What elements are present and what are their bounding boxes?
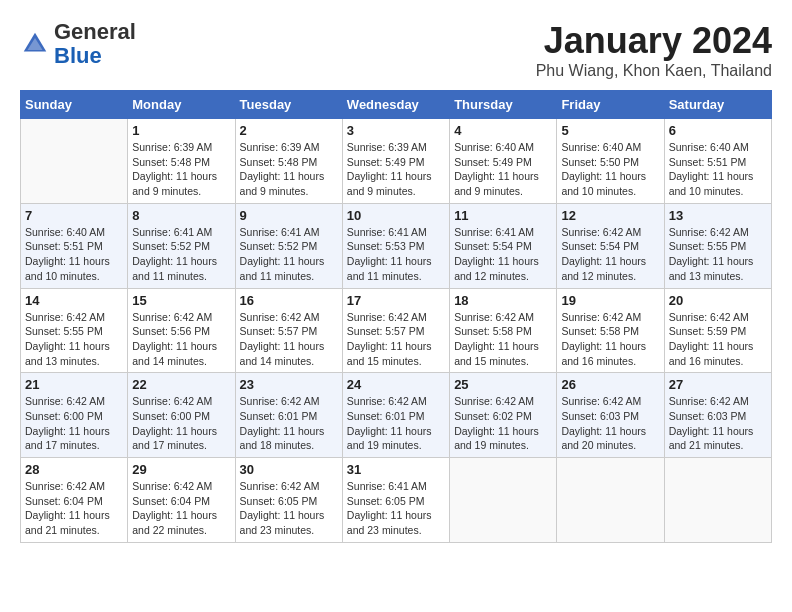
day-number: 7: [25, 208, 123, 223]
table-row: 3Sunrise: 6:39 AM Sunset: 5:49 PM Daylig…: [342, 119, 449, 204]
table-row: 11Sunrise: 6:41 AM Sunset: 5:54 PM Dayli…: [450, 203, 557, 288]
calendar-header-row: Sunday Monday Tuesday Wednesday Thursday…: [21, 91, 772, 119]
day-info: Sunrise: 6:42 AM Sunset: 5:58 PM Dayligh…: [561, 310, 659, 369]
day-number: 11: [454, 208, 552, 223]
day-number: 4: [454, 123, 552, 138]
day-info: Sunrise: 6:42 AM Sunset: 6:00 PM Dayligh…: [132, 394, 230, 453]
day-number: 12: [561, 208, 659, 223]
day-info: Sunrise: 6:42 AM Sunset: 5:57 PM Dayligh…: [347, 310, 445, 369]
logo-text: General Blue: [54, 20, 136, 68]
table-row: 28Sunrise: 6:42 AM Sunset: 6:04 PM Dayli…: [21, 458, 128, 543]
table-row: 10Sunrise: 6:41 AM Sunset: 5:53 PM Dayli…: [342, 203, 449, 288]
day-info: Sunrise: 6:42 AM Sunset: 6:03 PM Dayligh…: [669, 394, 767, 453]
day-info: Sunrise: 6:42 AM Sunset: 6:03 PM Dayligh…: [561, 394, 659, 453]
table-row: 5Sunrise: 6:40 AM Sunset: 5:50 PM Daylig…: [557, 119, 664, 204]
day-info: Sunrise: 6:41 AM Sunset: 5:52 PM Dayligh…: [132, 225, 230, 284]
table-row: 13Sunrise: 6:42 AM Sunset: 5:55 PM Dayli…: [664, 203, 771, 288]
day-info: Sunrise: 6:42 AM Sunset: 5:58 PM Dayligh…: [454, 310, 552, 369]
table-row: 16Sunrise: 6:42 AM Sunset: 5:57 PM Dayli…: [235, 288, 342, 373]
day-info: Sunrise: 6:39 AM Sunset: 5:48 PM Dayligh…: [240, 140, 338, 199]
calendar-week-row: 1Sunrise: 6:39 AM Sunset: 5:48 PM Daylig…: [21, 119, 772, 204]
day-info: Sunrise: 6:40 AM Sunset: 5:50 PM Dayligh…: [561, 140, 659, 199]
col-friday: Friday: [557, 91, 664, 119]
table-row: 1Sunrise: 6:39 AM Sunset: 5:48 PM Daylig…: [128, 119, 235, 204]
day-number: 30: [240, 462, 338, 477]
day-number: 31: [347, 462, 445, 477]
table-row: 14Sunrise: 6:42 AM Sunset: 5:55 PM Dayli…: [21, 288, 128, 373]
table-row: 25Sunrise: 6:42 AM Sunset: 6:02 PM Dayli…: [450, 373, 557, 458]
day-number: 26: [561, 377, 659, 392]
table-row: 27Sunrise: 6:42 AM Sunset: 6:03 PM Dayli…: [664, 373, 771, 458]
table-row: 24Sunrise: 6:42 AM Sunset: 6:01 PM Dayli…: [342, 373, 449, 458]
col-saturday: Saturday: [664, 91, 771, 119]
day-number: 5: [561, 123, 659, 138]
day-number: 29: [132, 462, 230, 477]
page-header: General Blue January 2024 Phu Wiang, Kho…: [20, 20, 772, 80]
day-info: Sunrise: 6:40 AM Sunset: 5:51 PM Dayligh…: [669, 140, 767, 199]
logo-icon: [20, 29, 50, 59]
day-info: Sunrise: 6:42 AM Sunset: 5:57 PM Dayligh…: [240, 310, 338, 369]
calendar-week-row: 7Sunrise: 6:40 AM Sunset: 5:51 PM Daylig…: [21, 203, 772, 288]
table-row: 8Sunrise: 6:41 AM Sunset: 5:52 PM Daylig…: [128, 203, 235, 288]
table-row: 19Sunrise: 6:42 AM Sunset: 5:58 PM Dayli…: [557, 288, 664, 373]
day-info: Sunrise: 6:42 AM Sunset: 6:05 PM Dayligh…: [240, 479, 338, 538]
table-row: [664, 458, 771, 543]
day-number: 1: [132, 123, 230, 138]
day-info: Sunrise: 6:42 AM Sunset: 5:55 PM Dayligh…: [25, 310, 123, 369]
day-info: Sunrise: 6:42 AM Sunset: 5:56 PM Dayligh…: [132, 310, 230, 369]
day-info: Sunrise: 6:42 AM Sunset: 5:54 PM Dayligh…: [561, 225, 659, 284]
table-row: 22Sunrise: 6:42 AM Sunset: 6:00 PM Dayli…: [128, 373, 235, 458]
calendar-week-row: 28Sunrise: 6:42 AM Sunset: 6:04 PM Dayli…: [21, 458, 772, 543]
day-info: Sunrise: 6:42 AM Sunset: 5:55 PM Dayligh…: [669, 225, 767, 284]
table-row: 17Sunrise: 6:42 AM Sunset: 5:57 PM Dayli…: [342, 288, 449, 373]
day-number: 10: [347, 208, 445, 223]
calendar-table: Sunday Monday Tuesday Wednesday Thursday…: [20, 90, 772, 543]
table-row: [21, 119, 128, 204]
col-sunday: Sunday: [21, 91, 128, 119]
table-row: [557, 458, 664, 543]
day-number: 2: [240, 123, 338, 138]
day-number: 15: [132, 293, 230, 308]
table-row: 4Sunrise: 6:40 AM Sunset: 5:49 PM Daylig…: [450, 119, 557, 204]
day-number: 22: [132, 377, 230, 392]
day-number: 6: [669, 123, 767, 138]
day-number: 25: [454, 377, 552, 392]
day-info: Sunrise: 6:39 AM Sunset: 5:49 PM Dayligh…: [347, 140, 445, 199]
day-number: 21: [25, 377, 123, 392]
table-row: 21Sunrise: 6:42 AM Sunset: 6:00 PM Dayli…: [21, 373, 128, 458]
col-wednesday: Wednesday: [342, 91, 449, 119]
day-number: 24: [347, 377, 445, 392]
day-number: 8: [132, 208, 230, 223]
day-number: 17: [347, 293, 445, 308]
day-number: 3: [347, 123, 445, 138]
day-number: 16: [240, 293, 338, 308]
table-row: 15Sunrise: 6:42 AM Sunset: 5:56 PM Dayli…: [128, 288, 235, 373]
day-info: Sunrise: 6:39 AM Sunset: 5:48 PM Dayligh…: [132, 140, 230, 199]
table-row: 31Sunrise: 6:41 AM Sunset: 6:05 PM Dayli…: [342, 458, 449, 543]
day-number: 27: [669, 377, 767, 392]
logo: General Blue: [20, 20, 136, 68]
day-info: Sunrise: 6:40 AM Sunset: 5:51 PM Dayligh…: [25, 225, 123, 284]
day-number: 18: [454, 293, 552, 308]
table-row: 29Sunrise: 6:42 AM Sunset: 6:04 PM Dayli…: [128, 458, 235, 543]
location: Phu Wiang, Khon Kaen, Thailand: [536, 62, 772, 80]
day-info: Sunrise: 6:42 AM Sunset: 6:02 PM Dayligh…: [454, 394, 552, 453]
table-row: 7Sunrise: 6:40 AM Sunset: 5:51 PM Daylig…: [21, 203, 128, 288]
day-info: Sunrise: 6:41 AM Sunset: 5:53 PM Dayligh…: [347, 225, 445, 284]
table-row: 23Sunrise: 6:42 AM Sunset: 6:01 PM Dayli…: [235, 373, 342, 458]
table-row: 12Sunrise: 6:42 AM Sunset: 5:54 PM Dayli…: [557, 203, 664, 288]
day-info: Sunrise: 6:42 AM Sunset: 6:00 PM Dayligh…: [25, 394, 123, 453]
table-row: 2Sunrise: 6:39 AM Sunset: 5:48 PM Daylig…: [235, 119, 342, 204]
day-number: 20: [669, 293, 767, 308]
table-row: [450, 458, 557, 543]
day-info: Sunrise: 6:42 AM Sunset: 6:01 PM Dayligh…: [347, 394, 445, 453]
day-info: Sunrise: 6:42 AM Sunset: 6:04 PM Dayligh…: [25, 479, 123, 538]
day-number: 23: [240, 377, 338, 392]
table-row: 18Sunrise: 6:42 AM Sunset: 5:58 PM Dayli…: [450, 288, 557, 373]
table-row: 26Sunrise: 6:42 AM Sunset: 6:03 PM Dayli…: [557, 373, 664, 458]
day-number: 14: [25, 293, 123, 308]
col-monday: Monday: [128, 91, 235, 119]
day-info: Sunrise: 6:40 AM Sunset: 5:49 PM Dayligh…: [454, 140, 552, 199]
day-info: Sunrise: 6:41 AM Sunset: 5:52 PM Dayligh…: [240, 225, 338, 284]
calendar-week-row: 21Sunrise: 6:42 AM Sunset: 6:00 PM Dayli…: [21, 373, 772, 458]
